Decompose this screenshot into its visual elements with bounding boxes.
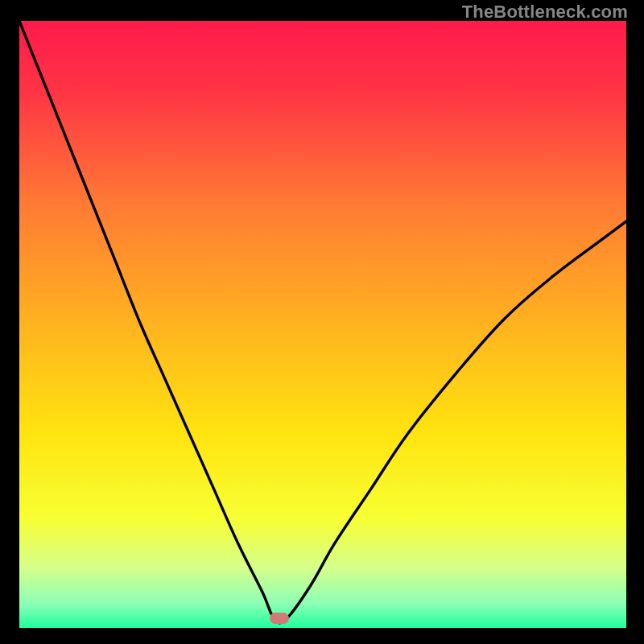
bottleneck-curve [19, 21, 626, 623]
minimum-marker [270, 613, 289, 624]
chart-frame: TheBottleneck.com [0, 0, 644, 644]
plot-area [19, 21, 626, 628]
curve-layer [19, 21, 626, 628]
watermark-text: TheBottleneck.com [462, 2, 628, 23]
